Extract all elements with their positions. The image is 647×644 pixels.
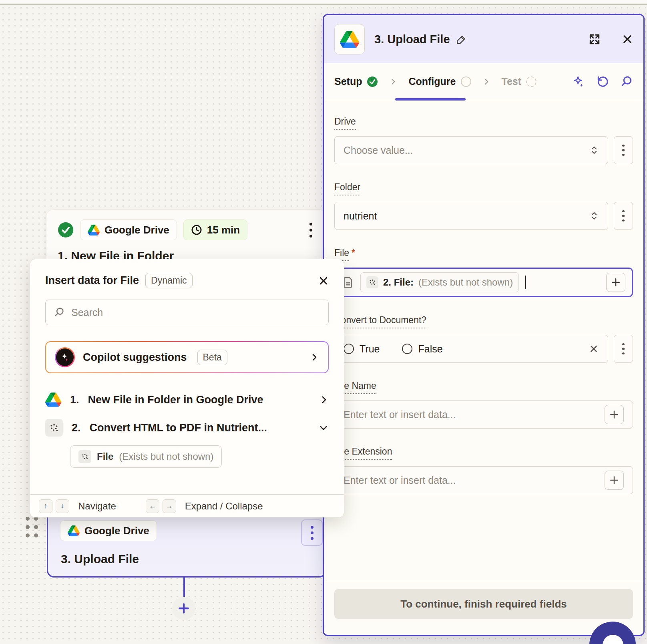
convert-field-menu-button[interactable] [614, 335, 633, 363]
chevron-right-icon [309, 352, 319, 362]
step3-app-pill[interactable]: Google Drive [60, 520, 157, 541]
expand-collapse-hint: Expand / Collapse [185, 501, 263, 512]
drive-field-menu-button[interactable] [614, 136, 633, 164]
clear-selection-icon[interactable] [589, 344, 599, 354]
radio-circle-icon [402, 344, 412, 354]
chevron-down-icon [318, 423, 329, 433]
folder-label: Folder [334, 182, 360, 195]
active-tab-underline [395, 98, 466, 101]
file-name-input[interactable]: Enter text or insert data... [334, 400, 633, 429]
step-source-item-1[interactable]: 1. New File in Folder in Google Drive [45, 388, 329, 412]
token-note: (Exists but not shown) [418, 277, 513, 288]
folder-select[interactable]: nutrient [334, 202, 608, 230]
plus-icon [177, 602, 190, 615]
chevron-right-icon [319, 395, 329, 405]
refresh-icon[interactable] [596, 75, 609, 88]
folder-value: nutrient [344, 210, 377, 222]
file-input[interactable]: 2. File: (Exists but not shown) [334, 268, 633, 297]
panel-title: 3. Upload File [374, 33, 450, 46]
tab-configure-label: Configure [408, 76, 456, 87]
file-field-option[interactable]: File (Exists but not shown) [70, 445, 222, 468]
field-file-extension: File Extension Enter text or insert data… [334, 446, 633, 494]
radio-true-label: True [360, 343, 380, 355]
nutrient-icon [45, 419, 63, 437]
tab-test-label: Test [502, 76, 522, 87]
copilot-label: Copilot suggestions [83, 351, 187, 364]
file-extension-placeholder: Enter text or insert data... [344, 475, 456, 486]
chat-bubble-center [603, 635, 623, 644]
google-drive-icon [45, 392, 61, 407]
popup-search-box[interactable] [45, 300, 329, 325]
continue-button[interactable]: To continue, finish required fields [334, 589, 633, 619]
panel-header: 3. Upload File [324, 15, 643, 63]
item1-number: 1. [70, 394, 79, 406]
file-insert-data-button[interactable] [606, 273, 625, 292]
close-panel-icon[interactable] [622, 34, 633, 45]
insert-data-popup: Insert data for File Dynamic Copilot sug… [30, 259, 344, 517]
file-name-placeholder: Enter text or insert data... [344, 409, 456, 421]
copilot-sparkle-icon[interactable] [572, 75, 585, 88]
step-connector-line [183, 578, 185, 598]
step1-duration-badge[interactable]: 15 min [183, 219, 247, 240]
convert-radio-group: True False [334, 335, 608, 363]
popup-footer: ↑ ↓ Navigate ← → Expand / Collapse [30, 494, 344, 517]
drive-select[interactable]: Choose value... [334, 136, 608, 164]
radio-circle-icon [344, 344, 354, 354]
radio-true[interactable]: True [344, 343, 380, 355]
file-option-note: (Exists but not shown) [119, 451, 213, 462]
expand-panel-icon[interactable] [588, 33, 601, 46]
step3-drag-handle[interactable] [26, 517, 38, 537]
step-editor-panel: 3. Upload File Setup Configure [323, 14, 645, 636]
google-drive-icon [68, 525, 80, 536]
folder-field-menu-button[interactable] [614, 202, 633, 230]
google-drive-icon [340, 31, 359, 48]
step1-app-label: Google Drive [104, 224, 169, 236]
updown-chevrons-icon [589, 211, 599, 221]
nutrient-icon [366, 276, 378, 288]
token-prefix: 2. File: [383, 277, 414, 288]
popup-search-input[interactable] [71, 307, 320, 318]
setup-done-check-icon [367, 76, 378, 87]
tab-setup-label: Setup [334, 76, 362, 87]
required-asterisk: * [352, 248, 355, 258]
arrow-down-key-icon: ↓ [56, 499, 69, 513]
navigate-hint: Navigate [78, 501, 116, 512]
item2-label: Convert HTML to PDF in Nutrient... [90, 422, 267, 434]
chevron-right-icon [389, 78, 397, 86]
radio-false[interactable]: False [402, 343, 442, 355]
add-step-button[interactable] [172, 597, 195, 620]
convert-label: Convert to Document? [334, 315, 426, 328]
drive-label: Drive [334, 116, 356, 130]
panel-tabbar: Setup Configure Test [324, 63, 643, 100]
step3-app-label: Google Drive [84, 525, 149, 537]
tab-setup[interactable]: Setup [334, 76, 378, 87]
clock-icon [191, 224, 202, 235]
arrow-right-key-icon: → [163, 499, 176, 513]
copilot-suggestions-row[interactable]: Copilot suggestions Beta [45, 341, 329, 373]
step-source-item-2[interactable]: 2. Convert HTML to PDF in Nutrient... [45, 416, 329, 440]
file-name-insert-data-button[interactable] [605, 405, 624, 424]
test-pending-circle-icon [526, 76, 536, 87]
step1-menu-button[interactable] [307, 220, 315, 240]
file-extension-input[interactable]: Enter text or insert data... [334, 466, 633, 494]
beta-badge: Beta [197, 350, 227, 365]
configure-form: Drive Choose value... Folder nutrient [324, 100, 643, 581]
file-mapped-token[interactable]: 2. File: (Exists but not shown) [360, 272, 519, 292]
tab-configure[interactable]: Configure [408, 76, 471, 87]
step1-app-pill[interactable]: Google Drive [80, 219, 177, 240]
file-extension-insert-data-button[interactable] [605, 471, 624, 490]
rename-pencil-icon[interactable] [456, 34, 467, 44]
field-drive: Drive Choose value... [334, 116, 633, 164]
close-popup-icon[interactable] [318, 276, 329, 286]
field-folder: Folder nutrient [334, 182, 633, 230]
search-icon[interactable] [620, 75, 633, 88]
dynamic-badge: Dynamic [145, 273, 192, 288]
text-caret [525, 276, 526, 289]
item2-number: 2. [72, 422, 81, 434]
step3-menu-button[interactable] [301, 519, 323, 546]
updown-chevrons-icon [589, 145, 599, 155]
copilot-icon [55, 347, 75, 367]
file-option-label: File [97, 451, 113, 462]
nutrient-icon [78, 450, 91, 463]
tab-test[interactable]: Test [502, 76, 537, 87]
